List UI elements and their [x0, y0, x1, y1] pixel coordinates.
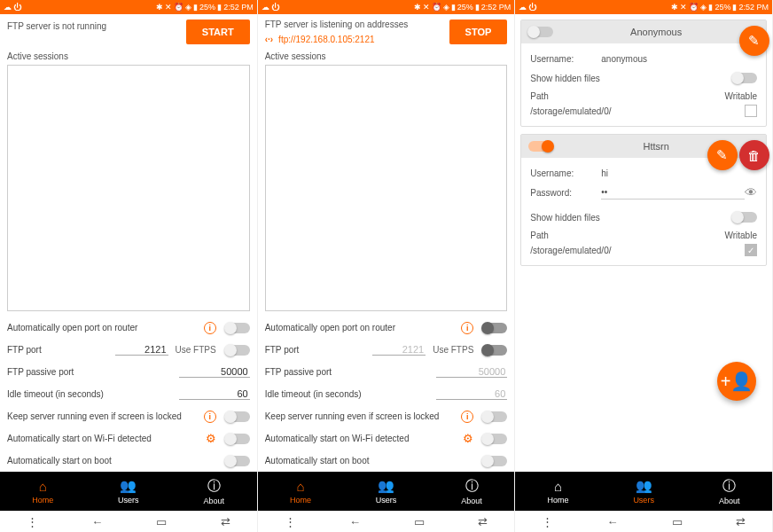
users-icon: 👥	[636, 478, 652, 494]
ftp-port-input[interactable]: 2121	[115, 344, 168, 356]
passive-port-label: FTP passive port	[7, 367, 179, 377]
bluetooth-icon: ✱	[671, 3, 678, 12]
info-icon[interactable]: i	[204, 411, 216, 423]
user-enable-toggle[interactable]	[528, 141, 553, 152]
alarm-icon: ⏰	[174, 3, 183, 12]
info-icon[interactable]: i	[461, 411, 473, 423]
info-icon[interactable]: i	[204, 322, 216, 334]
auto-wifi-toggle[interactable]	[482, 434, 507, 444]
recent-key[interactable]: ⇄	[221, 515, 230, 528]
back-key[interactable]: ←	[607, 515, 619, 528]
delete-user-button[interactable]: 🗑	[739, 140, 769, 170]
ftps-toggle[interactable]	[225, 345, 250, 356]
mute-icon: ✕	[165, 3, 172, 12]
back-key[interactable]: ←	[349, 515, 361, 528]
menu-key[interactable]: ⋮	[542, 515, 553, 528]
server-status-text: FTP server is listening on addresses	[265, 20, 444, 29]
password-value[interactable]: ••	[601, 185, 745, 200]
username-value: hi	[601, 168, 757, 178]
auto-boot-label: Automatically start on boot	[265, 456, 480, 466]
writable-label: Writable	[724, 91, 757, 101]
mute-icon: ✕	[423, 3, 430, 12]
gear-icon[interactable]: ⚙	[463, 432, 473, 445]
path-value: /storage/emulated/0/	[530, 246, 745, 255]
recent-key[interactable]: ⇄	[736, 515, 746, 528]
server-address: ftp://192.168.0.105:2121	[278, 35, 374, 44]
soft-keys: ⋮ ← ▭ ⇄	[515, 511, 772, 532]
nav-home[interactable]: ⌂Home	[258, 472, 344, 511]
username-label: Username:	[530, 54, 601, 64]
mute-icon: ✕	[680, 3, 687, 12]
ftps-toggle[interactable]	[482, 345, 507, 356]
battery-pct: 25%	[457, 3, 473, 12]
server-address-link[interactable]: ‹·› ftp://192.168.0.105:2121	[265, 35, 444, 44]
cloud-icon: ☁	[4, 3, 12, 12]
bottom-nav: ⌂Home 👥Users ⓘAbout	[258, 472, 515, 511]
nav-about[interactable]: ⓘAbout	[429, 472, 515, 511]
keep-running-label: Keep server running even if screen is lo…	[7, 411, 204, 421]
power-icon: ⏻	[271, 3, 279, 12]
nav-about[interactable]: ⓘAbout	[171, 472, 257, 511]
home-key[interactable]: ▭	[672, 515, 683, 528]
recent-key[interactable]: ⇄	[478, 515, 488, 528]
nav-users[interactable]: 👥Users	[86, 472, 172, 511]
battery-pct: 25%	[714, 3, 730, 12]
edit-user-button[interactable]: ✎	[707, 140, 738, 170]
soft-keys: ⋮ ← ▭ ⇄	[0, 511, 257, 532]
writable-checkbox[interactable]	[745, 105, 757, 117]
hidden-files-label: Show hidden files	[530, 74, 729, 83]
keep-running-toggle[interactable]	[482, 411, 507, 422]
sessions-list	[7, 65, 250, 311]
status-bar: ☁⏻ ✱ ✕ ⏰ ◈ ▮ 25% ▮ 2:52 PM	[0, 0, 257, 14]
eye-icon[interactable]: 👁	[745, 185, 757, 200]
nav-about[interactable]: ⓘAbout	[686, 472, 772, 511]
battery-icon: ▮	[217, 3, 222, 12]
back-key[interactable]: ←	[91, 515, 103, 528]
start-button[interactable]: START	[186, 20, 250, 44]
about-icon: ⓘ	[722, 478, 736, 495]
about-icon: ⓘ	[465, 478, 479, 495]
passive-port-input[interactable]: 50000	[179, 366, 250, 378]
clock: 2:52 PM	[223, 3, 254, 12]
edit-user-button[interactable]: ✎	[739, 26, 769, 56]
keep-running-label: Keep server running even if screen is lo…	[265, 411, 462, 421]
use-ftps-label: Use FTPS	[176, 345, 216, 355]
nav-home[interactable]: ⌂Home	[515, 472, 601, 511]
cloud-icon: ☁	[519, 3, 527, 12]
alarm-icon: ⏰	[689, 3, 699, 12]
auto-port-label: Automatically open port on router	[7, 323, 204, 332]
stop-button[interactable]: STOP	[449, 20, 508, 44]
idle-timeout-input[interactable]: 60	[179, 388, 250, 400]
pencil-icon: ✎	[748, 33, 760, 49]
idle-timeout-label: Idle timeout (in seconds)	[7, 389, 179, 399]
gear-icon[interactable]: ⚙	[206, 432, 216, 445]
bottom-nav: ⌂Home 👥Users ⓘAbout	[515, 472, 772, 511]
wifi-icon: ◈	[700, 3, 707, 12]
menu-key[interactable]: ⋮	[27, 515, 38, 528]
username-value: anonymous	[601, 54, 757, 64]
hidden-files-toggle[interactable]	[732, 73, 757, 83]
ftp-port-label: FTP port	[7, 345, 115, 355]
auto-boot-toggle[interactable]	[482, 456, 507, 466]
users-icon: 👥	[378, 478, 394, 494]
hidden-files-toggle[interactable]	[732, 212, 757, 223]
writable-checkbox[interactable]: ✓	[745, 244, 757, 256]
user-card-anonymous: Anonymous ✎ Username:anonymous Show hidd…	[520, 20, 767, 127]
nav-home[interactable]: ⌂Home	[0, 472, 86, 511]
info-icon[interactable]: i	[461, 322, 473, 334]
clock: 2:52 PM	[481, 3, 511, 12]
add-user-button[interactable]: +👤	[717, 362, 756, 401]
status-bar: ☁⏻ ✱ ✕ ⏰ ◈ ▮ 25% ▮ 2:52 PM	[258, 0, 515, 14]
auto-port-toggle[interactable]	[225, 323, 250, 333]
auto-boot-toggle[interactable]	[225, 456, 250, 466]
nav-users[interactable]: 👥Users	[601, 472, 687, 511]
menu-key[interactable]: ⋮	[285, 515, 296, 528]
nav-users[interactable]: 👥Users	[343, 472, 429, 511]
home-key[interactable]: ▭	[414, 515, 425, 528]
signal-icon: ▮	[193, 3, 198, 12]
auto-port-toggle[interactable]	[482, 323, 507, 333]
keep-running-toggle[interactable]	[225, 411, 250, 422]
home-key[interactable]: ▭	[156, 515, 167, 528]
auto-wifi-toggle[interactable]	[225, 434, 250, 444]
user-enable-toggle[interactable]	[528, 27, 553, 37]
